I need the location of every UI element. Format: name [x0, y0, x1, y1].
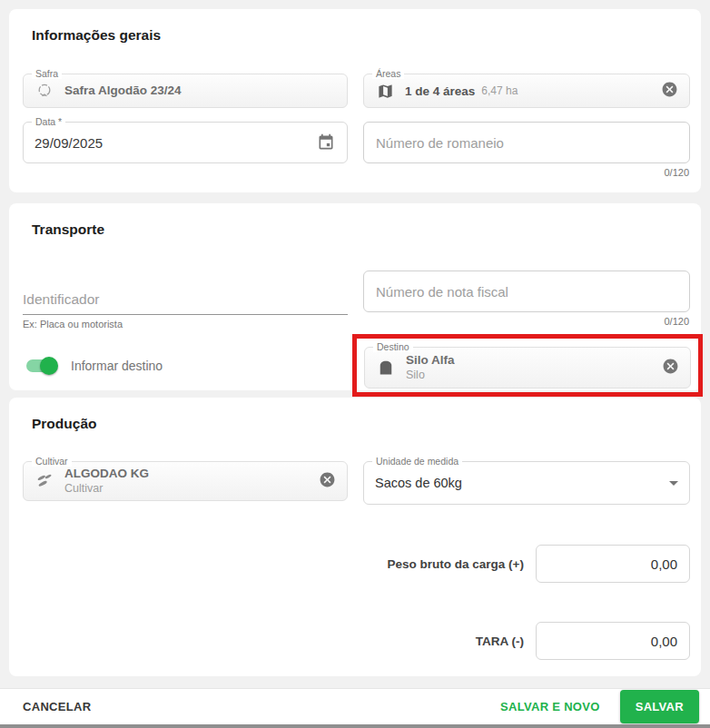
- areas-detail: 6,47 ha: [481, 84, 518, 97]
- peso-bruto-row: Peso bruto da carga (+): [23, 545, 690, 583]
- safra-field[interactable]: Safra Safra Algodão 23/24: [23, 74, 348, 108]
- section-title-informacoes-gerais: Informações gerais: [32, 27, 690, 44]
- destino-subtitle: Silo: [406, 369, 455, 383]
- destino-value-group: Silo Alfa Silo: [406, 353, 455, 383]
- cultivar-value-group: ALGODAO KG Cultivar: [64, 467, 149, 497]
- unidade-medida-select[interactable]: Unidade de medida Sacos de 60kg: [363, 461, 690, 505]
- clear-circle-icon: [661, 81, 678, 101]
- peso-bruto-input[interactable]: [536, 545, 690, 583]
- destino-field-label: Destino: [373, 341, 413, 352]
- bottom-edge-strip: [0, 724, 710, 728]
- destino-field[interactable]: Destino Silo Alfa Silo: [364, 347, 691, 389]
- card-informacoes-gerais: Informações gerais Safra Safra Algodão 2…: [9, 9, 701, 192]
- calendar-icon[interactable]: [316, 133, 336, 152]
- cultivar-field[interactable]: Cultivar ALGODAO KG Cultivar: [23, 461, 348, 501]
- seeds-icon: [35, 471, 54, 491]
- section-title-producao: Produção: [32, 416, 690, 432]
- clear-cultivar-button[interactable]: [319, 471, 336, 491]
- areas-field-label: Áreas: [372, 68, 404, 79]
- identificador-field-group: Ex: Placa ou motorista: [23, 271, 348, 330]
- weighing-form-page: Informações gerais Safra Safra Algodão 2…: [0, 0, 710, 728]
- save-and-new-button[interactable]: SALVAR E NOVO: [500, 700, 600, 713]
- safra-field-label: Safra: [32, 68, 62, 79]
- cultivar-subtitle: Cultivar: [64, 482, 149, 497]
- cancel-button[interactable]: CANCELAR: [23, 700, 91, 713]
- card-transporte: Transporte Ex: Placa ou motorista 0/120 …: [9, 203, 701, 390]
- cultivar-value: ALGODAO KG: [64, 467, 149, 482]
- section-title-transporte: Transporte: [32, 221, 690, 238]
- chevron-down-icon: [669, 481, 678, 486]
- romaneio-field-group: 0/120: [363, 122, 690, 178]
- destino-value: Silo Alfa: [406, 353, 455, 369]
- date-field-label: Data *: [32, 116, 65, 127]
- card-producao: Produção Cultivar ALGODAO KG Cultivar: [9, 398, 701, 676]
- clear-areas-button[interactable]: [661, 81, 678, 101]
- destino-highlight-annotation: Destino Silo Alfa Silo: [352, 334, 703, 397]
- save-button[interactable]: SALVAR: [620, 690, 699, 723]
- peso-bruto-label: Peso bruto da carga (+): [388, 557, 524, 571]
- date-value: 29/09/2025: [35, 135, 103, 151]
- informar-destino-label: Informar destino: [71, 359, 163, 373]
- tara-input[interactable]: [536, 622, 690, 660]
- unidade-medida-value: Sacos de 60kg: [375, 476, 462, 490]
- romaneio-counter: 0/120: [363, 167, 690, 178]
- tara-label: TARA (-): [476, 635, 524, 648]
- silo-icon: [376, 359, 396, 377]
- clear-circle-icon: [319, 471, 336, 491]
- informar-destino-toggle-row: Informar destino: [23, 357, 348, 375]
- footer-action-bar: CANCELAR SALVAR E NOVO SALVAR: [0, 688, 710, 724]
- identificador-input[interactable]: [23, 288, 348, 315]
- informar-destino-toggle[interactable]: [25, 357, 58, 375]
- date-field[interactable]: Data * 29/09/2025: [23, 122, 348, 163]
- safra-value: Safra Algodão 23/24: [64, 84, 182, 99]
- nota-fiscal-input[interactable]: [363, 271, 690, 312]
- clear-circle-icon: [662, 358, 679, 378]
- nota-fiscal-counter: 0/120: [363, 316, 690, 327]
- cotton-boll-icon: [35, 82, 54, 100]
- map-icon: [375, 83, 395, 100]
- clear-destino-button[interactable]: [662, 358, 679, 378]
- areas-field[interactable]: Áreas 1 de 4 áreas 6,47 ha: [363, 74, 690, 108]
- tara-row: TARA (-): [23, 622, 690, 660]
- romaneio-input[interactable]: [363, 122, 690, 163]
- areas-value: 1 de 4 áreas: [405, 84, 475, 98]
- unidade-medida-label: Unidade de medida: [372, 456, 462, 467]
- cultivar-field-label: Cultivar: [32, 456, 72, 467]
- identificador-helper: Ex: Placa ou motorista: [23, 319, 348, 330]
- toggle-thumb: [40, 357, 58, 375]
- nota-fiscal-field-group: 0/120: [363, 271, 690, 330]
